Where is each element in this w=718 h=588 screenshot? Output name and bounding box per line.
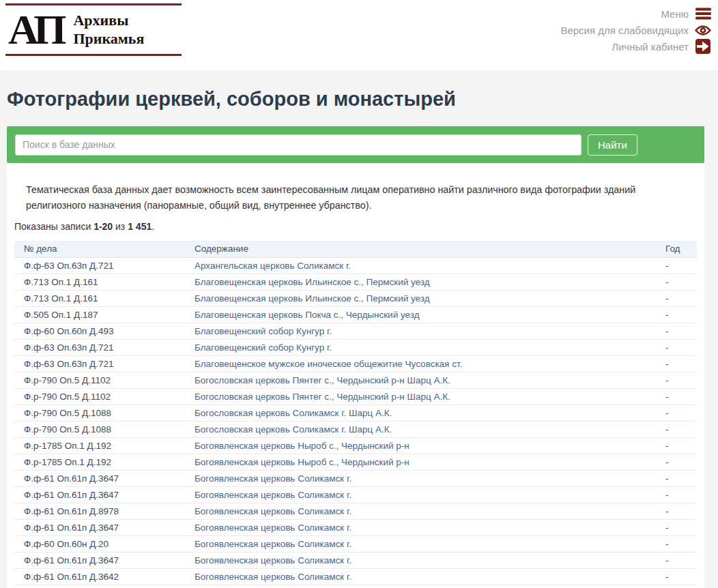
content-cell: Благовещенская церковь Ильинское с., Пер… bbox=[185, 291, 656, 307]
search-bar: Найти bbox=[7, 126, 704, 163]
table-row: Ф.р-790 Оп.5 Д.1088Богословская церковь … bbox=[14, 405, 697, 422]
case-number-cell: Ф.ф-61 Оп.61п Д.3647 bbox=[14, 471, 185, 487]
content-link[interactable]: Благовещенская церковь Ильинское с., Пер… bbox=[195, 277, 430, 287]
case-number-cell: Ф.р-1785 Оп.1 Д.192 bbox=[14, 438, 185, 454]
content-cell: Богословская церковь Соликамск г. Шарц А… bbox=[185, 405, 656, 422]
year-cell: - bbox=[656, 389, 697, 405]
table-row: Ф.713 Оп.1 Д.161Благовещенская церковь И… bbox=[14, 291, 697, 307]
content-cell: Богоявленская церковь Соликамск г. bbox=[185, 553, 656, 569]
case-number-cell: Ф.713 Оп.1 Д.161 bbox=[14, 274, 185, 291]
case-number-cell: Ф.ф-61 Оп.61п Д.3647 bbox=[14, 520, 185, 536]
year-cell: - bbox=[656, 307, 697, 323]
case-number-cell: Ф.505 Оп.1 Д.187 bbox=[14, 307, 185, 323]
logo-line1: Архивы bbox=[73, 12, 128, 29]
table-body: Ф.ф-63 Оп.63п Д.721Архангельская церковь… bbox=[14, 258, 697, 585]
table-row: Ф.р-1785 Оп.1 Д.192Богоявленская церковь… bbox=[14, 438, 697, 454]
results-panel: Тематическая база данных дает возможност… bbox=[7, 164, 704, 588]
menu-item-label: Меню bbox=[661, 8, 689, 20]
case-number-cell: Ф.р-790 Оп.5 Д.1088 bbox=[14, 405, 185, 422]
year-cell: - bbox=[656, 323, 697, 340]
table-row: Ф.ф-61 Оп.61п Д.3647Богоявленская церков… bbox=[14, 471, 697, 487]
content-link[interactable]: Благовещенский собор Кунгур г. bbox=[195, 342, 332, 353]
content-cell: Богоявленская церковь Соликамск г. bbox=[185, 536, 656, 553]
menu-item-menu[interactable]: Меню bbox=[661, 6, 711, 21]
intro-text: Тематическая база данных дает возможност… bbox=[26, 182, 684, 214]
content-link[interactable]: Архангельская церковь Соликамск г. bbox=[195, 261, 351, 271]
case-number-cell: Ф.р-790 Оп.5 Д.1102 bbox=[14, 389, 185, 405]
menu-hamburger-icon bbox=[695, 8, 711, 20]
page-title: Фотографии церквей, соборов и монастырей bbox=[7, 87, 711, 111]
content-link[interactable]: Богоявленская церковь Ныроб с., Чердынск… bbox=[195, 457, 410, 467]
content-link[interactable]: Благовещенская церковь Покча с., Чердынс… bbox=[195, 310, 420, 320]
content-link[interactable]: Богоявленская церковь Соликамск г. bbox=[195, 473, 351, 484]
content-link[interactable]: Богоявленская церковь Соликамск г. bbox=[195, 506, 351, 516]
content-link[interactable]: Благовещенская церковь Ильинское с., Пер… bbox=[195, 293, 430, 304]
table-row: Ф.713 Оп.1 Д.161Благовещенская церковь И… bbox=[14, 274, 697, 291]
year-cell: - bbox=[656, 536, 697, 553]
content-link[interactable]: Богоявленская церковь Соликамск г. bbox=[195, 555, 351, 565]
year-cell: - bbox=[656, 356, 697, 372]
logo-text: АрхивыПрикамья bbox=[73, 11, 144, 48]
case-number-cell: Ф.ф-63 Оп.63п Д.721 bbox=[14, 340, 185, 356]
content-cell: Благовещенское мужское иноческое общежит… bbox=[185, 356, 656, 372]
top-menu: Меню Версия для слабовидящих Личный каби… bbox=[560, 6, 711, 54]
year-cell: - bbox=[656, 471, 697, 487]
content-link[interactable]: Богословская церковь Соликамск г. Шарц А… bbox=[195, 424, 392, 435]
content-link[interactable]: Богословская церковь Пянтег с., Чердынск… bbox=[195, 375, 450, 385]
content-link[interactable]: Богоявленская церковь Ныроб с., Чердынск… bbox=[195, 441, 410, 451]
column-header-case: № дела bbox=[14, 241, 185, 258]
content-cell: Благовещенская церковь Ильинское с., Пер… bbox=[185, 274, 656, 291]
content-link[interactable]: Богоявленская церковь Соликамск г. bbox=[195, 490, 351, 500]
year-cell: - bbox=[656, 438, 697, 454]
results-table: № дела Содержание Год Ф.ф-63 Оп.63п Д.72… bbox=[14, 241, 697, 585]
year-cell: - bbox=[656, 454, 697, 471]
search-input[interactable] bbox=[15, 134, 581, 156]
content-cell: Благовещенский собор Кунгур г. bbox=[185, 340, 656, 356]
year-cell: - bbox=[656, 520, 697, 536]
case-number-cell: Ф.р-1785 Оп.1 Д.192 bbox=[14, 454, 185, 471]
content-link[interactable]: Богоявленская церковь Соликамск г. bbox=[195, 572, 351, 582]
content-link[interactable]: Богоявленская церковь Соликамск г. bbox=[195, 539, 351, 549]
results-summary-middle: из bbox=[113, 221, 128, 232]
content-cell: Богоявленская церковь Соликамск г. bbox=[185, 471, 656, 487]
table-row: Ф.ф-63 Оп.63п Д.721Архангельская церковь… bbox=[14, 258, 697, 274]
case-number-cell: Ф.р-790 Оп.5 Д.1088 bbox=[14, 422, 185, 438]
site-logo[interactable]: АП АрхивыПрикамья bbox=[5, 3, 182, 56]
case-number-cell: Ф.ф-61 Оп.61п Д.8978 bbox=[14, 503, 185, 520]
content-link[interactable]: Богословская церковь Пянтег с., Чердынск… bbox=[195, 392, 450, 402]
case-number-cell: Ф.ф-60 Оп.60п Д.493 bbox=[14, 323, 185, 340]
year-cell: - bbox=[656, 258, 697, 274]
content-link[interactable]: Благовещенское мужское иноческое общежит… bbox=[195, 359, 462, 369]
year-cell: - bbox=[656, 422, 697, 438]
content-cell: Богоявленская церковь Соликамск г. bbox=[185, 520, 656, 536]
menu-item-label: Версия для слабовидящих bbox=[560, 25, 689, 36]
table-row: Ф.ф-61 Оп.61п Д.8978Богоявленская церков… bbox=[14, 503, 697, 520]
content-cell: Богоявленская церковь Соликамск г. bbox=[185, 487, 656, 503]
case-number-cell: Ф.713 Оп.1 Д.161 bbox=[14, 291, 185, 307]
year-cell: - bbox=[656, 503, 697, 520]
content-link[interactable]: Богоявленская церковь Соликамск г. bbox=[195, 523, 351, 533]
content-cell: Благовещенский собор Кунгур г. bbox=[185, 323, 656, 340]
year-cell: - bbox=[656, 372, 697, 389]
login-arrow-icon bbox=[695, 39, 711, 54]
year-cell: - bbox=[656, 291, 697, 307]
table-header-row: № дела Содержание Год bbox=[14, 241, 697, 258]
results-summary-prefix: Показаны записи bbox=[14, 221, 94, 232]
menu-item-label: Личный кабинет bbox=[612, 41, 689, 53]
eye-icon bbox=[695, 25, 711, 36]
table-row: Ф.ф-60 Оп.60н Д.20Богоявленская церковь … bbox=[14, 536, 697, 553]
search-button[interactable]: Найти bbox=[588, 134, 637, 156]
table-row: Ф.р-790 Оп.5 Д.1102Богословская церковь … bbox=[14, 389, 697, 405]
content-cell: Богоявленская церковь Соликамск г. bbox=[185, 569, 656, 585]
table-row: Ф.ф-63 Оп.63п Д.721Благовещенское мужско… bbox=[14, 356, 697, 372]
case-number-cell: Ф.р-790 Оп.5 Д.1102 bbox=[14, 372, 185, 389]
content-cell: Богословская церковь Пянтег с., Чердынск… bbox=[185, 372, 656, 389]
content-link[interactable]: Богословская церковь Соликамск г. Шарц А… bbox=[195, 408, 392, 418]
content-link[interactable]: Благовещенский собор Кунгур г. bbox=[195, 326, 332, 336]
menu-item-accessibility[interactable]: Версия для слабовидящих bbox=[560, 23, 711, 38]
results-summary-suffix: . bbox=[152, 221, 154, 232]
menu-item-account[interactable]: Личный кабинет bbox=[612, 39, 711, 54]
column-header-content: Содержание bbox=[185, 241, 656, 258]
table-row: Ф.р-790 Оп.5 Д.1102Богословская церковь … bbox=[14, 372, 697, 389]
results-summary: Показаны записи 1-20 из 1 451. bbox=[14, 221, 704, 232]
